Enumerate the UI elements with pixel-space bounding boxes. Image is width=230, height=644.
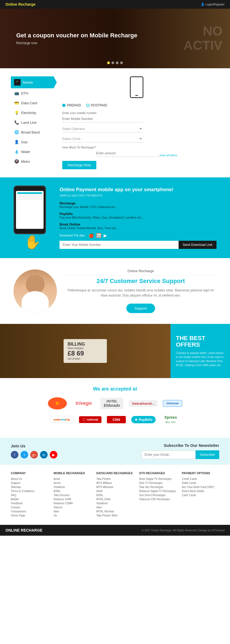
footer-link[interactable]: Cash Cards <box>182 494 219 497</box>
footer-link[interactable]: Vodafone <box>54 486 91 489</box>
nav-item-water[interactable]: 💧 Water <box>11 147 54 157</box>
partner-satara: Satarakharedl... <box>129 400 157 407</box>
footer-link[interactable]: Any Visa Debit Card (VBV) <box>182 486 219 489</box>
partner-trivego: trivego <box>72 399 95 408</box>
recharge-form: PREPAID POSTPAID Enter your mobile numbe… <box>54 76 219 169</box>
footer-link[interactable]: Tata Docomo <box>54 494 91 497</box>
subscribe-button[interactable]: Subscribe! <box>196 450 219 459</box>
footer-link[interactable]: Credit Cards <box>182 477 219 480</box>
footer-link[interactable]: Jio <box>54 514 91 517</box>
linkedin-icon[interactable]: in <box>40 451 48 458</box>
accepted-section: We are accepted at 🟠 trivego HOTELEldora… <box>0 378 230 438</box>
partner-universal: Universal <box>163 400 182 407</box>
postpaid-radio[interactable] <box>86 104 90 107</box>
footer-link[interactable]: Vodafone <box>96 502 134 505</box>
footer-link[interactable]: BSNL <box>54 490 91 493</box>
mobile-input[interactable] <box>62 116 143 122</box>
footer-col-heading: COMPANY <box>11 471 48 475</box>
footer-link[interactable]: Videocon D2h Recharges <box>139 498 176 501</box>
screen-line-1 <box>17 195 42 196</box>
nav-item-dth[interactable]: 📺 DTH <box>11 88 54 98</box>
landline-icon: 📞 <box>14 120 19 125</box>
footer-link[interactable]: MTS Mblowse <box>96 486 134 489</box>
apple-icon[interactable]: 🍎 <box>88 233 94 238</box>
footer-link[interactable]: FAQ <box>11 494 48 497</box>
footer-link[interactable]: Idea <box>96 506 134 509</box>
footer-link[interactable]: MTNL Mumbai <box>96 510 134 513</box>
footer-link[interactable]: Airtel <box>54 477 91 480</box>
nav-item-mobile[interactable]: 📱 Mobile <box>11 76 54 88</box>
subscribe-title: Subscribe To Our Newsletter <box>142 443 219 448</box>
footer-link[interactable]: Transactions <box>11 510 48 513</box>
footer-link[interactable]: Feedback <box>11 502 48 505</box>
footer-link[interactable]: Tata Sky Recharges <box>139 486 176 489</box>
twitter-icon[interactable]: t <box>21 451 28 458</box>
hero-dot-3[interactable] <box>116 61 119 64</box>
footer-link[interactable]: Terms & Conditions <box>11 490 48 493</box>
billing-note: out of plan <box>68 357 103 360</box>
footer-link[interactable]: Support <box>11 482 48 484</box>
footer-link[interactable]: Reliance Digital TV Recharges <box>139 490 176 493</box>
footer-link[interactable]: MTNL Delhi <box>96 498 134 501</box>
app-number-input[interactable] <box>60 241 179 249</box>
footer-link[interactable]: BSNL <box>96 494 134 497</box>
partner-row-1: 🟠 trivego HOTELEldorado Satarakharedl...… <box>11 397 219 409</box>
nav-item-electricity[interactable]: 💡 Electricity <box>11 108 54 118</box>
footer-link[interactable]: Reliance GSM <box>54 498 91 501</box>
footer-link[interactable]: Contact <box>11 506 48 509</box>
footer-link[interactable]: About Us <box>11 477 48 480</box>
partner-paybills: ★ PayBills <box>131 416 156 423</box>
footer-link[interactable]: Home Page <box>11 514 48 517</box>
feature-recharge-title: Recharge <box>60 201 216 205</box>
nav-item-landline[interactable]: 📞 Land Line <box>11 118 54 127</box>
footer-link[interactable]: MTS MBlaze <box>96 482 134 484</box>
footer-link[interactable]: Mobile <box>11 498 48 501</box>
footer-link[interactable]: Sitemap <box>11 486 48 489</box>
footer-link[interactable]: Tata Photon <box>96 477 134 480</box>
windows-icon[interactable]: 🪟 <box>96 233 101 238</box>
login-link[interactable]: Login/Register <box>201 3 225 6</box>
email-input[interactable] <box>142 450 196 459</box>
hero-right: NOACTIV <box>176 9 230 68</box>
footer-link[interactable]: Debit Cards <box>182 482 219 484</box>
circle-select[interactable]: Select Circle <box>62 136 143 142</box>
footer-link[interactable]: Aircel <box>54 482 91 484</box>
dth-icon: 📺 <box>14 91 19 95</box>
footer-col-company: COMPANYAbout UsSupportSitemapTerms & Con… <box>8 471 51 518</box>
youtube-icon[interactable]: ▶ <box>50 451 57 458</box>
prepaid-option[interactable]: PREPAID <box>62 103 81 107</box>
footer-link[interactable]: Dish TV Recharges <box>139 482 176 484</box>
hero-content: Get a coupon voucher on Mobile Recharge … <box>0 24 153 53</box>
googleplus-icon[interactable]: g+ <box>30 451 38 458</box>
hero-dot-1[interactable] <box>107 61 110 64</box>
nav-item-metro[interactable]: 🚇 Metro <box>11 157 54 166</box>
prepaid-radio[interactable] <box>62 104 65 107</box>
support-button[interactable]: Support <box>126 304 155 313</box>
nav-item-broadband[interactable]: 🌐 Broad Band <box>11 127 54 137</box>
footer-link[interactable]: Idea <box>54 510 91 513</box>
android-icon[interactable]: ▶ <box>104 233 107 238</box>
postpaid-option[interactable]: POSTPAID <box>86 103 107 107</box>
amount-input[interactable] <box>96 150 160 157</box>
footer-col-heading: DTH RECHARGES <box>139 471 176 475</box>
footer-link[interactable]: Airtel <box>96 490 134 493</box>
hero-subtitle: Recharge now <box>16 41 137 45</box>
footer-link[interactable]: Reliance CDMA <box>54 502 91 505</box>
footer-link[interactable]: Tata Photon Whiz <box>96 514 134 517</box>
facebook-icon[interactable]: f <box>11 451 18 458</box>
nav-item-gas[interactable]: 👤 Gas <box>11 137 54 147</box>
phone-mockup <box>14 186 46 234</box>
hero-dot-2[interactable] <box>111 61 114 64</box>
nav-item-datacard[interactable]: 💳 Data Card <box>11 98 54 108</box>
operator-select[interactable]: Select Operator <box>62 126 143 132</box>
footer-col-heading: PAYMENT OPTIONS <box>182 471 219 475</box>
footer-link[interactable]: Direct Bank Debits <box>182 490 219 493</box>
feature-bookonline-title: Book Online <box>60 222 216 226</box>
hero-dot-4[interactable] <box>120 61 123 64</box>
footer-link[interactable]: Sun Direct Recharges <box>139 494 176 497</box>
recharge-button[interactable]: Recharge Now <box>62 161 96 169</box>
footer-link[interactable]: Telenor <box>54 506 91 509</box>
view-plans-link[interactable]: view all plans <box>160 154 177 157</box>
send-link-button[interactable]: Send Download Link <box>179 241 216 249</box>
footer-link[interactable]: Airtel Digital TV Recharges <box>139 477 176 480</box>
